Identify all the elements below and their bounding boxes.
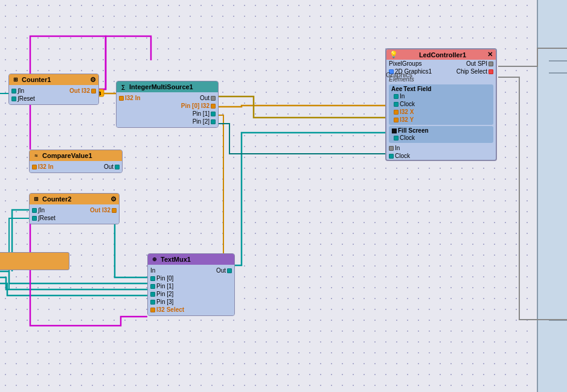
right-panel-line-3 <box>549 320 567 321</box>
comparevalue1-out-port[interactable]: Out <box>104 163 120 170</box>
counter2-icon: ⊞ <box>32 195 40 203</box>
integermultisource1-title: IntegerMultiSource1 <box>129 83 193 90</box>
textfield-icon: Aee <box>391 86 402 92</box>
integermultisource1-node[interactable]: ∑ IntegerMultiSource1 I32 In Out Pin [0]… <box>116 81 219 128</box>
led-out-spi-label: Out SPI <box>466 60 487 67</box>
counter1-gear[interactable]: ⚙ <box>90 76 96 84</box>
comparevalue1-out-label: Out <box>104 163 114 170</box>
counter1-in-label: ∫In <box>18 87 24 94</box>
ledcontroller1-header: 💡 LedController1 ✕ <box>386 49 496 60</box>
tm-pin1-port[interactable]: Pin [1] <box>150 283 173 289</box>
tm-pin2-row: Pin [2] <box>150 290 232 298</box>
tf-y-row: I32 Y <box>391 116 491 124</box>
comparevalue1-node[interactable]: ≈ CompareValue1 I32 In Out <box>29 150 123 173</box>
fs-clock-label: Clock <box>400 134 415 141</box>
counter2-body: ∫In Out I32 ∫Reset <box>30 204 119 224</box>
counter1-out-port[interactable]: Out I32 <box>69 87 96 94</box>
tm-pin3-label: Pin [3] <box>156 299 173 305</box>
tf-x-port[interactable]: I32 X <box>394 109 414 115</box>
tf-y-port[interactable]: I32 Y <box>394 116 414 123</box>
counter2-in-port[interactable]: ∫In <box>32 207 45 213</box>
ledcontroller1-node[interactable]: 💡 LedController1 ✕ PixelGroups Out SPI 2… <box>385 48 497 161</box>
tm-pin0-port[interactable]: Pin [0] <box>150 275 173 282</box>
tf-clock-label: Clock <box>400 101 415 107</box>
counter2-out-dot <box>112 208 117 213</box>
tf-x-dot <box>394 110 399 115</box>
tm-pin2-label: Pin [2] <box>156 291 173 297</box>
ims-pin0-port[interactable]: Pin [0] I32 <box>181 103 216 109</box>
comparevalue1-title: CompareValue1 <box>42 152 92 159</box>
tm-pin3-dot <box>150 300 155 305</box>
led-out-spi-port[interactable]: Out SPI <box>466 60 493 67</box>
fillscreen-icon: ▩ <box>391 127 397 134</box>
ims-in-port[interactable]: I32 In <box>119 95 141 101</box>
led-bottom-clock-row: Clock <box>386 152 496 160</box>
counter1-in-port[interactable]: ∫In <box>11 87 24 94</box>
integermultisource1-body: I32 In Out Pin [0] I32 Pin [1] Pin <box>117 92 218 127</box>
counter1-reset-dot <box>11 96 16 101</box>
tm-in-label: In <box>150 267 155 274</box>
ims-in-dot <box>119 96 124 101</box>
fs-clock-port[interactable]: Clock <box>394 134 415 141</box>
counter2-reset-row: ∫Reset <box>32 214 117 222</box>
counter2-reset-port[interactable]: ∫Reset <box>32 215 56 221</box>
tm-pin2-dot <box>150 292 155 297</box>
tm-pin1-label: Pin [1] <box>156 283 173 289</box>
left-node-bottom[interactable] <box>0 252 69 270</box>
led-bottom-in-dot <box>389 146 394 151</box>
counter1-reset-port[interactable]: ∫Reset <box>11 95 35 102</box>
counter1-out-label: Out I32 <box>69 87 90 94</box>
led-chip-select-port[interactable]: Chip Select <box>456 68 493 75</box>
tm-select-row: I32 Select <box>150 306 232 314</box>
tm-pin1-row: Pin [1] <box>150 282 232 290</box>
tf-clock-port[interactable]: Clock <box>394 101 415 107</box>
fillscreen-header: ▩ Fill Screen <box>391 127 491 134</box>
counter2-out-label: Out I32 <box>90 207 111 213</box>
counter1-reset-label: ∫Reset <box>18 95 35 102</box>
tf-clock-row: Clock <box>391 100 491 108</box>
tf-clock-dot <box>394 102 399 107</box>
ims-pin1-dot <box>211 112 216 116</box>
comparevalue1-in-port[interactable]: I32 In <box>32 163 54 170</box>
ims-pin1-row: Pin [1] <box>119 110 216 118</box>
graphics-label: Graphics <box>386 71 412 78</box>
counter1-icon: ⊞ <box>11 75 20 84</box>
tm-out-port[interactable]: Out <box>216 267 232 274</box>
fillscreen-subnode[interactable]: ▩ Fill Screen Clock <box>389 126 493 143</box>
counter2-node[interactable]: ⊞ Counter2 ⚙ ∫In Out I32 ∫Reset <box>29 193 120 224</box>
tm-pin2-port[interactable]: Pin [2] <box>150 291 173 297</box>
ims-out-label: Out <box>200 95 210 101</box>
fs-clock-dot <box>394 136 399 141</box>
tm-pin3-port[interactable]: Pin [3] <box>150 299 173 305</box>
counter1-node[interactable]: ⊞ Counter1 ⚙ ∫In Out I32 ∫Reset <box>8 74 99 105</box>
led-bottom-in-row: In <box>386 144 496 152</box>
textmux1-node[interactable]: ⊕ TextMux1 In Out Pin [0] Pin [1] <box>147 253 235 316</box>
led-bottom-clock-dot <box>389 154 394 159</box>
led-bottom-clock-port[interactable]: Clock <box>389 153 410 159</box>
tm-pin0-row: Pin [0] <box>150 274 232 282</box>
tm-select-port[interactable]: I32 Select <box>150 306 184 313</box>
counter2-out-port[interactable]: Out I32 <box>90 207 117 213</box>
counter2-in-row: ∫In Out I32 <box>32 206 117 214</box>
tm-pin1-dot <box>150 284 155 289</box>
textfield-subnode[interactable]: Aee Text Field In Clock I32 X I32 Y <box>389 84 493 125</box>
tm-in-port[interactable]: In <box>150 267 155 274</box>
counter1-body: ∫In Out I32 ∫Reset <box>9 85 98 104</box>
ims-pin2-port[interactable]: Pin [2] <box>193 118 216 125</box>
led-close[interactable]: ✕ <box>487 51 493 58</box>
ims-pin1-port[interactable]: Pin [1] <box>193 110 216 117</box>
right-panel-line-2 <box>549 72 567 74</box>
textfield-header: Aee Text Field <box>391 86 491 92</box>
ims-out-port[interactable]: Out <box>200 95 216 101</box>
comparevalue1-body: I32 In Out <box>30 161 122 172</box>
ledcontroller1-title: LedController1 <box>419 51 466 58</box>
counter1-in-dot <box>11 89 16 93</box>
counter1-title: Counter1 <box>22 76 51 83</box>
counter2-header: ⊞ Counter2 ⚙ <box>30 194 119 204</box>
counter2-gear[interactable]: ⚙ <box>111 195 117 203</box>
textfield-label: Text Field <box>403 86 431 92</box>
tf-in-port[interactable]: In <box>394 93 405 100</box>
counter1-out-dot <box>91 89 96 93</box>
led-bottom-in-port[interactable]: In <box>389 145 400 151</box>
ims-pin0-row: Pin [0] I32 <box>119 102 216 110</box>
